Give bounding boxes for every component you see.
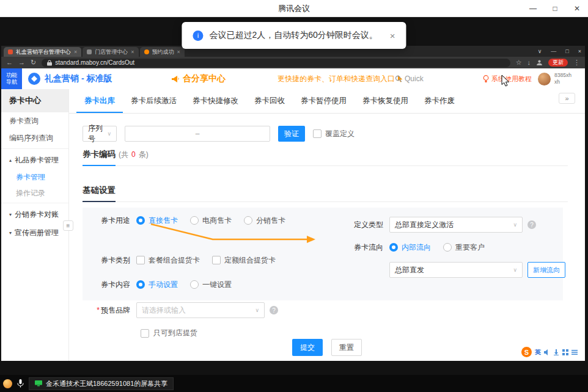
sidebar-group-distribution[interactable]: ▾ 分销券卡对账 [1,205,68,223]
bookmark-star-icon[interactable]: ☆ [516,59,522,66]
promo-link[interactable]: 更快捷的券卡、订单和快递查询入口 [277,68,404,89]
tab-search-chevron-icon[interactable]: ∨ [538,48,542,54]
tab-card-recycle[interactable]: 券卡回收 [246,89,293,113]
radio-off-icon[interactable] [190,216,199,225]
quick-search[interactable]: Quick [395,68,424,89]
sidebar-group-brochure[interactable]: ▾ 宣传画册管理 [1,223,68,242]
tab-card-void[interactable]: 券卡作废 [416,89,463,113]
profile-icon[interactable] [536,59,543,66]
brand-name: 礼盒营销 - 标准版 [45,73,112,84]
sidebar-collapse-toggle[interactable]: ≡ [63,220,73,231]
translate-lang-icon[interactable]: 英 [535,348,541,357]
share-center-link[interactable]: 合分享中心 [171,68,226,89]
reload-icon[interactable]: ↻ [31,59,36,66]
tab-card-quick-edit[interactable]: 券卡快捷修改 [185,89,246,113]
tab-close-icon[interactable]: × [74,49,77,55]
tutorial-link[interactable]: 系统使用教程 [483,68,532,89]
tab-close-icon[interactable]: × [177,49,180,55]
user-account[interactable]: 8385xh xh [538,68,571,89]
content-row: 券卡内容 手动设置 一键设置 [92,277,244,292]
radio-manual-setting[interactable]: 手动设置 [136,280,178,290]
radio-off-icon[interactable] [443,243,452,252]
radio-internal-flow[interactable]: 内部流向 [389,242,431,253]
back-icon[interactable]: ← [6,59,13,66]
option-label: 分销售卡 [256,216,285,226]
checkbox-icon[interactable] [136,256,145,264]
close-icon[interactable]: ✕ [566,0,588,17]
browser-maximize-icon[interactable]: □ [565,48,568,54]
minimize-icon[interactable]: — [522,0,544,17]
help-icon[interactable]: ? [527,220,536,229]
forward-icon[interactable]: → [18,59,25,66]
submit-button[interactable]: 提交 [292,339,323,356]
serial-range-input[interactable]: – [125,126,270,142]
browser-window-controls: ∨ — □ × [538,46,581,57]
sidebar-item-serial-query[interactable]: 编码序列查询 [1,129,68,147]
speaker-icon[interactable] [544,349,550,355]
screen-share-indicator[interactable]: 金禾通技术王斌18662591081的屏幕共享 [29,377,174,390]
browser-tab-store-admin[interactable]: 门店管理中心 × [83,47,138,57]
serial-type-select[interactable]: 序列号 ∨ [83,126,117,142]
checkbox-combo-card[interactable]: 套餐组合提货卡 [136,255,200,266]
quick-search-label: Quick [405,74,424,83]
checkbox-fixed-combo-card[interactable]: 定额组合提货卡 [212,255,276,266]
sidebar-item-card-manage[interactable]: 券卡管理 [1,169,68,185]
tab-close-icon[interactable]: × [131,49,134,55]
browser-tab-booking-success[interactable]: 预约成功 × [140,47,185,57]
radio-on-icon[interactable] [136,280,145,289]
help-icon[interactable]: ? [270,306,278,314]
definition-type-select[interactable]: 总部直接定义激活 ∨ [389,217,523,233]
pickup-checkbox[interactable] [141,329,149,338]
flow-target-select[interactable]: 总部直发 ∨ [389,262,523,278]
url-field[interactable]: standard.maboy.cn/CardsOut [42,59,510,67]
radio-direct-sale[interactable]: 直接售卡 [136,216,178,226]
verify-button[interactable]: 验证 [278,126,305,142]
share-center-label: 合分享中心 [183,73,226,84]
maximize-icon[interactable]: □ [544,0,566,17]
microphone-icon[interactable] [17,379,24,388]
radio-on-icon[interactable] [389,243,398,252]
extension-logo-icon[interactable]: S [521,347,532,357]
browser-minimize-icon[interactable]: — [551,48,556,54]
settings-bars-icon[interactable] [571,349,578,355]
radio-ecommerce-sale[interactable]: 电商售卡 [190,216,232,226]
download-small-icon[interactable] [553,349,559,355]
menu-dots-icon[interactable]: ⋮ [573,59,580,66]
sidebar-group-gift-cards[interactable]: ▴ 礼品券卡管理 [1,151,68,169]
taskbar-avatar[interactable] [3,379,12,388]
browser-tab-gift-admin[interactable]: 礼盒营销平台管理中心 × [4,47,81,57]
radio-distribution-sale[interactable]: 分销售卡 [244,216,285,226]
radio-on-icon[interactable] [136,216,145,225]
user-sub: xh [554,79,571,85]
override-checkbox[interactable] [313,129,322,138]
grid-icon[interactable] [562,349,568,355]
radio-off-icon[interactable] [190,280,199,289]
browser-close-icon[interactable]: × [578,48,581,54]
presale-brand-select[interactable]: 请选择或输入 ∨ [136,302,265,318]
download-icon[interactable]: ↓ [527,59,531,66]
sidebar: 券卡中心 券卡查询 编码序列查询 ▴ 礼品券卡管理 券卡管理 [1,89,69,361]
select-value: 总部直接定义激活 [395,220,454,230]
radio-key-customer[interactable]: 重要客户 [443,242,485,253]
function-nav-toggle[interactable]: 功能 导航 [1,68,22,89]
toast-close-icon[interactable]: × [390,31,395,41]
radio-one-click-setting[interactable]: 一键设置 [190,280,232,290]
tab-card-outbound[interactable]: 券卡出库 [76,89,123,113]
panel-expand-button[interactable]: » [559,93,575,104]
store-pickup-row[interactable]: 只可到店提货 [141,328,197,338]
sidebar-item-card-query[interactable]: 券卡查询 [1,112,68,129]
radio-off-icon[interactable] [244,216,252,225]
override-checkbox-group[interactable]: 覆盖定义 [313,129,355,139]
add-flow-button[interactable]: 新增流向 [527,262,565,278]
meeting-window: 腾讯会议 — □ ✕ 礼盒营销平台管理中心 × 门店管理中心 × 预约成功 × [0,0,588,392]
sidebar-item-operation-log[interactable]: 操作记录 [1,185,68,201]
browser-update-button[interactable]: 更新 [548,59,568,67]
tab-card-activate[interactable]: 券卡后续激活 [123,89,185,113]
tab-card-suspend[interactable]: 券卡暂停使用 [293,89,355,113]
brand-logo-icon [28,73,40,85]
extension-toolbar: S 英 [521,347,578,357]
reset-button[interactable]: 重置 [331,339,362,356]
taskbar: 金禾通技术王斌18662591081的屏幕共享 [0,375,588,392]
checkbox-icon[interactable] [212,256,221,264]
tab-card-resume[interactable]: 券卡恢复使用 [355,89,416,113]
